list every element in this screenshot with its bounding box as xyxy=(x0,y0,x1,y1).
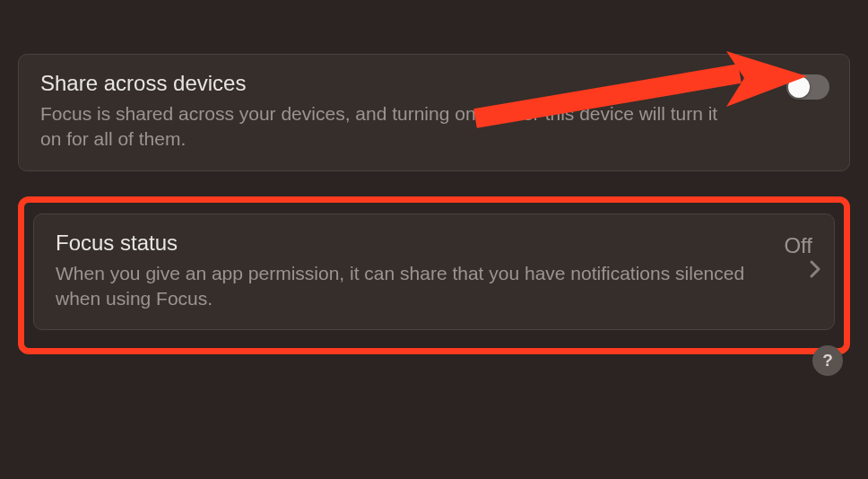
help-button[interactable]: ? xyxy=(812,345,843,376)
share-across-devices-title: Share across devices xyxy=(40,71,828,96)
help-icon: ? xyxy=(822,351,833,370)
share-across-devices-toggle[interactable] xyxy=(786,74,829,100)
chevron-right-icon xyxy=(809,259,821,284)
focus-status-value: Off xyxy=(784,233,812,258)
focus-status-title: Focus status xyxy=(56,231,178,256)
highlight-annotation-box: Focus status Off When you give an app pe… xyxy=(18,196,850,355)
share-across-devices-card: Share across devices Focus is shared acr… xyxy=(18,54,850,171)
focus-status-description: When you give an app permission, it can … xyxy=(56,261,746,312)
share-across-devices-description: Focus is shared across your devices, and… xyxy=(40,101,731,152)
toggle-knob-icon xyxy=(788,76,810,98)
focus-status-card[interactable]: Focus status Off When you give an app pe… xyxy=(33,213,835,331)
